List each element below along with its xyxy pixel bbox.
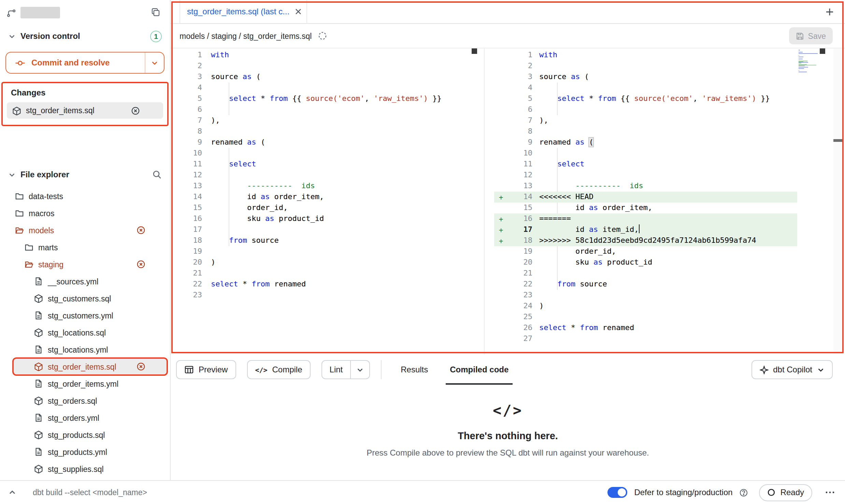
- tree-item-label: stg_orders.sql: [48, 397, 97, 405]
- copy-icon[interactable]: [151, 8, 160, 17]
- tree-item-stg_order_items.yml[interactable]: stg_order_items.yml: [0, 375, 170, 392]
- tree-item-__sources.yml[interactable]: __sources.yml: [0, 273, 170, 290]
- model-icon: [12, 106, 21, 115]
- tree-item-macros[interactable]: macros: [0, 205, 170, 222]
- tree-item-stg_products.yml[interactable]: stg_products.yml: [0, 443, 170, 460]
- save-button[interactable]: Save: [789, 27, 833, 44]
- defer-toggle[interactable]: [607, 487, 627, 498]
- version-control-header[interactable]: Version control 1: [0, 27, 170, 45]
- code-line-16: +16=======: [485, 213, 797, 224]
- tree-item-stg_locations.sql[interactable]: stg_locations.sql: [0, 324, 170, 341]
- code-line-17: +17 id as item_id,: [485, 224, 797, 235]
- table-icon: [184, 365, 194, 374]
- change-item[interactable]: stg_order_items.sql: [7, 102, 163, 119]
- commit-options-caret[interactable]: [145, 53, 164, 73]
- code-line-15: 15 order_id,: [171, 203, 484, 213]
- dbt-copilot-button[interactable]: dbt Copilot: [751, 360, 833, 379]
- code-line-5: 5 select * from {{ source('ecom', 'raw_i…: [171, 93, 484, 104]
- code-line-18: +18>>>>>>> 58c1dd23d5eebd9cd2495fa7124ab…: [485, 235, 797, 246]
- diff-editor: 1with23source as (45 select * from {{ so…: [171, 48, 845, 355]
- compile-button[interactable]: </> Compile: [247, 360, 310, 379]
- scrollbar-conflict-marker: [833, 139, 844, 142]
- code-line-25: 25: [485, 312, 797, 323]
- tree-item-staging[interactable]: staging: [0, 256, 170, 273]
- tab-results[interactable]: Results: [390, 355, 439, 385]
- code-line-17: 17: [171, 224, 484, 235]
- close-circle-icon[interactable]: [137, 362, 145, 371]
- account-logo-placeholder: [20, 6, 60, 18]
- close-tab-icon[interactable]: [295, 8, 302, 15]
- code-line-14: +14<<<<<<< HEAD: [485, 192, 797, 203]
- version-control-label: Version control: [20, 31, 80, 41]
- tree-item-stg_locations.yml[interactable]: stg_locations.yml: [0, 341, 170, 358]
- close-circle-icon[interactable]: [131, 106, 140, 115]
- dbt-copilot-icon: [759, 365, 768, 374]
- code-line-23: 23: [171, 290, 484, 301]
- code-line-2: 2: [485, 61, 797, 72]
- close-circle-icon[interactable]: [137, 260, 145, 269]
- tree-item-stg_orders.sql[interactable]: stg_orders.sql: [0, 392, 170, 409]
- code-line-6: 6: [485, 104, 797, 115]
- code-line-16: 16 sku as product_id: [171, 213, 484, 224]
- tree-item-data-tests[interactable]: data-tests: [0, 188, 170, 205]
- file-explorer-header[interactable]: File explorer: [0, 166, 170, 183]
- folder-icon: [25, 243, 33, 252]
- code-line-27: 27: [485, 333, 797, 344]
- code-line-24: 24): [485, 301, 797, 312]
- tree-item-stg_supplies.sql[interactable]: stg_supplies.sql: [0, 460, 170, 477]
- tree-item-stg_products.sql[interactable]: stg_products.sql: [0, 426, 170, 443]
- code-line-20: 20): [171, 257, 484, 268]
- chevron-down-icon: [817, 366, 825, 373]
- lint-split-button: Lint: [321, 360, 370, 379]
- file-icon: [34, 345, 43, 354]
- code-line-5: 5 select * from {{ source('ecom', 'raw_i…: [485, 93, 797, 104]
- close-circle-icon[interactable]: [137, 226, 145, 235]
- new-tab-plus-icon[interactable]: [825, 7, 834, 16]
- more-options-icon[interactable]: [825, 488, 835, 497]
- lint-button[interactable]: Lint: [321, 360, 351, 379]
- project-icon[interactable]: [7, 8, 16, 17]
- tree-item-label: stg_locations.yml: [48, 345, 108, 354]
- help-icon[interactable]: [740, 488, 748, 497]
- tree-item-stg_order_items.sql[interactable]: stg_order_items.sql: [0, 358, 170, 375]
- commit-and-resolve-button[interactable]: Commit and resolve: [5, 52, 164, 74]
- lint-options-caret[interactable]: [351, 360, 370, 379]
- tree-item-label: models: [29, 226, 54, 234]
- ide-status-button[interactable]: Ready: [759, 484, 812, 501]
- tab-stg-order-items[interactable]: stg_order_items.sql (last c...: [180, 0, 307, 23]
- tree-item-marts[interactable]: marts: [0, 239, 170, 256]
- minimap[interactable]: [799, 50, 819, 74]
- results-tab-label: Results: [401, 365, 428, 374]
- tab-compiled-code[interactable]: Compiled code: [439, 355, 519, 385]
- command-hint[interactable]: dbt build --select <model_name>: [33, 488, 147, 496]
- vertical-scrollbar[interactable]: [833, 48, 844, 355]
- code-line-23: 23: [485, 290, 797, 301]
- code-glyph-icon: </>: [493, 402, 523, 419]
- diff-editor-original-pane[interactable]: 1with23source as (45 select * from {{ so…: [171, 48, 485, 355]
- code-line-21: 21: [171, 268, 484, 279]
- compiled-code-tab-label: Compiled code: [450, 365, 509, 374]
- code-icon: </>: [255, 366, 267, 373]
- diff-editor-modified-pane[interactable]: 1with23source as (45 select * from {{ so…: [485, 48, 845, 355]
- preview-button[interactable]: Preview: [176, 360, 236, 379]
- tree-item-label: stg_order_items.yml: [48, 380, 118, 388]
- breadcrumb: models / staging / stg_order_items.sql: [180, 32, 312, 40]
- code-line-7: 7),: [171, 115, 484, 126]
- status-circle-icon: [768, 488, 776, 496]
- code-line-1: 1with: [171, 50, 484, 61]
- code-line-20: 20 sku as product_id: [485, 257, 797, 268]
- tree-item-stg_orders.yml[interactable]: stg_orders.yml: [0, 409, 170, 426]
- tree-item-stg_customers.sql[interactable]: stg_customers.sql: [0, 290, 170, 307]
- chevron-down-icon: [8, 32, 16, 40]
- model-state-icon: [318, 31, 327, 40]
- tree-item-stg_customers.yml[interactable]: stg_customers.yml: [0, 307, 170, 324]
- sidebar: Version control 1 Commit and resolve Cha…: [0, 0, 171, 480]
- search-icon[interactable]: [152, 170, 162, 179]
- file-tree: data-testsmacrosmodelsmartsstaging__sour…: [0, 188, 170, 477]
- code-line-22: 22 from source: [485, 279, 797, 290]
- tree-item-models[interactable]: models: [0, 222, 170, 239]
- code-line-7: 7),: [485, 115, 797, 126]
- breadcrumb-row: models / staging / stg_order_items.sql S…: [171, 24, 845, 48]
- code-line-9: 9renamed as (: [171, 137, 484, 148]
- chevron-up-icon[interactable]: [8, 488, 16, 496]
